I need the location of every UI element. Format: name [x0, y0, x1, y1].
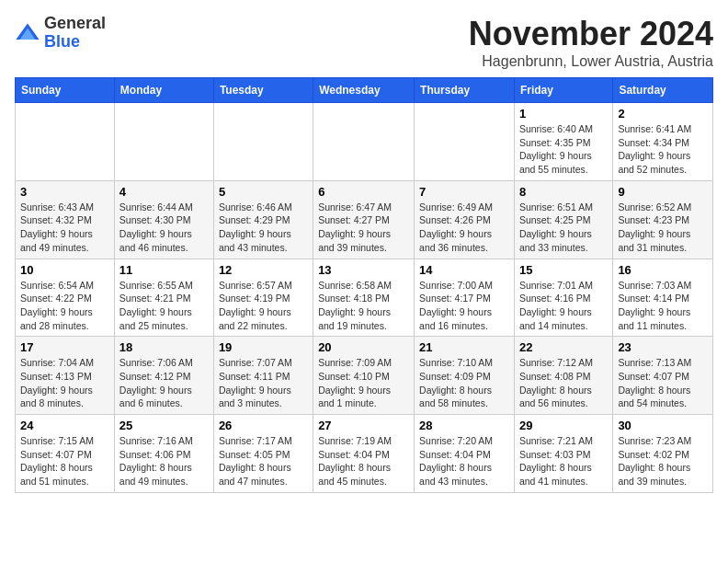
- month-title: November 2024: [469, 15, 713, 53]
- day-number: 1: [519, 107, 608, 121]
- calendar-cell: 19Sunrise: 7:07 AM Sunset: 4:11 PM Dayli…: [213, 337, 313, 415]
- day-number: 3: [20, 185, 109, 199]
- day-number: 15: [519, 263, 608, 277]
- calendar-cell: 20Sunrise: 7:09 AM Sunset: 4:10 PM Dayli…: [313, 337, 415, 415]
- weekday-header-saturday: Saturday: [613, 78, 713, 103]
- day-number: 6: [318, 185, 409, 199]
- day-number: 11: [119, 263, 209, 277]
- calendar-cell: [16, 103, 115, 181]
- day-number: 16: [618, 263, 708, 277]
- day-number: 2: [618, 107, 708, 121]
- calendar-cell: 7Sunrise: 6:49 AM Sunset: 4:26 PM Daylig…: [415, 180, 515, 259]
- day-number: 21: [419, 340, 509, 354]
- day-number: 22: [519, 340, 608, 354]
- day-number: 4: [119, 185, 209, 199]
- day-number: 9: [618, 185, 708, 199]
- day-number: 29: [519, 419, 608, 432]
- weekday-header-wednesday: Wednesday: [313, 78, 415, 103]
- calendar-week-row: 10Sunrise: 6:54 AM Sunset: 4:22 PM Dayli…: [16, 259, 713, 337]
- weekday-header-monday: Monday: [114, 78, 213, 103]
- logo-icon: [15, 20, 40, 46]
- calendar-cell: 8Sunrise: 6:51 AM Sunset: 4:25 PM Daylig…: [514, 180, 612, 259]
- day-number: 20: [318, 340, 409, 354]
- day-info: Sunrise: 7:12 AM Sunset: 4:08 PM Dayligh…: [519, 356, 608, 410]
- day-info: Sunrise: 7:06 AM Sunset: 4:12 PM Dayligh…: [119, 356, 209, 410]
- calendar-cell: 30Sunrise: 7:23 AM Sunset: 4:02 PM Dayli…: [613, 415, 713, 493]
- calendar-week-row: 3Sunrise: 6:43 AM Sunset: 4:32 PM Daylig…: [16, 180, 713, 259]
- calendar-body: 1Sunrise: 6:40 AM Sunset: 4:35 PM Daylig…: [16, 103, 713, 493]
- day-number: 13: [318, 263, 409, 277]
- day-number: 5: [219, 185, 308, 199]
- calendar-cell: 26Sunrise: 7:17 AM Sunset: 4:05 PM Dayli…: [213, 415, 313, 493]
- day-info: Sunrise: 7:07 AM Sunset: 4:11 PM Dayligh…: [219, 356, 308, 410]
- title-block: November 2024 Hagenbrunn, Lower Austria,…: [469, 15, 713, 70]
- page-header: General Blue November 2024 Hagenbrunn, L…: [15, 15, 713, 70]
- calendar-cell: 4Sunrise: 6:44 AM Sunset: 4:30 PM Daylig…: [114, 180, 213, 259]
- calendar-cell: 1Sunrise: 6:40 AM Sunset: 4:35 PM Daylig…: [514, 103, 612, 181]
- calendar-cell: 6Sunrise: 6:47 AM Sunset: 4:27 PM Daylig…: [313, 180, 415, 259]
- day-info: Sunrise: 6:58 AM Sunset: 4:18 PM Dayligh…: [318, 279, 409, 333]
- weekday-header-row: SundayMondayTuesdayWednesdayThursdayFrid…: [16, 78, 713, 103]
- day-info: Sunrise: 6:43 AM Sunset: 4:32 PM Dayligh…: [20, 201, 109, 255]
- day-info: Sunrise: 6:49 AM Sunset: 4:26 PM Dayligh…: [419, 201, 509, 255]
- day-number: 19: [219, 340, 308, 354]
- day-number: 17: [20, 340, 109, 354]
- day-number: 23: [618, 340, 708, 354]
- calendar-cell: 3Sunrise: 6:43 AM Sunset: 4:32 PM Daylig…: [16, 180, 115, 259]
- day-number: 10: [20, 263, 109, 277]
- calendar-cell: 17Sunrise: 7:04 AM Sunset: 4:13 PM Dayli…: [16, 337, 115, 415]
- calendar-cell: 12Sunrise: 6:57 AM Sunset: 4:19 PM Dayli…: [213, 259, 313, 337]
- day-number: 30: [618, 419, 708, 432]
- calendar-cell: 21Sunrise: 7:10 AM Sunset: 4:09 PM Dayli…: [415, 337, 515, 415]
- day-info: Sunrise: 7:01 AM Sunset: 4:16 PM Dayligh…: [519, 279, 608, 333]
- calendar-cell: 5Sunrise: 6:46 AM Sunset: 4:29 PM Daylig…: [213, 180, 313, 259]
- logo-text: General Blue: [44, 15, 106, 52]
- calendar-cell: 16Sunrise: 7:03 AM Sunset: 4:14 PM Dayli…: [613, 259, 713, 337]
- day-info: Sunrise: 7:15 AM Sunset: 4:07 PM Dayligh…: [20, 434, 109, 488]
- day-info: Sunrise: 7:00 AM Sunset: 4:17 PM Dayligh…: [419, 279, 509, 333]
- day-info: Sunrise: 7:20 AM Sunset: 4:04 PM Dayligh…: [419, 434, 509, 488]
- calendar-cell: 27Sunrise: 7:19 AM Sunset: 4:04 PM Dayli…: [313, 415, 415, 493]
- day-info: Sunrise: 7:17 AM Sunset: 4:05 PM Dayligh…: [219, 434, 308, 488]
- day-number: 7: [419, 185, 509, 199]
- calendar-cell: 9Sunrise: 6:52 AM Sunset: 4:23 PM Daylig…: [613, 180, 713, 259]
- day-info: Sunrise: 7:23 AM Sunset: 4:02 PM Dayligh…: [618, 434, 708, 488]
- day-info: Sunrise: 6:55 AM Sunset: 4:21 PM Dayligh…: [119, 279, 209, 333]
- calendar-cell: 23Sunrise: 7:13 AM Sunset: 4:07 PM Dayli…: [613, 337, 713, 415]
- day-info: Sunrise: 6:46 AM Sunset: 4:29 PM Dayligh…: [219, 201, 308, 255]
- day-info: Sunrise: 6:51 AM Sunset: 4:25 PM Dayligh…: [519, 201, 608, 255]
- day-info: Sunrise: 7:09 AM Sunset: 4:10 PM Dayligh…: [318, 356, 409, 410]
- day-info: Sunrise: 7:10 AM Sunset: 4:09 PM Dayligh…: [419, 356, 509, 410]
- calendar-cell: 25Sunrise: 7:16 AM Sunset: 4:06 PM Dayli…: [114, 415, 213, 493]
- calendar-cell: 2Sunrise: 6:41 AM Sunset: 4:34 PM Daylig…: [613, 103, 713, 181]
- calendar-cell: 11Sunrise: 6:55 AM Sunset: 4:21 PM Dayli…: [114, 259, 213, 337]
- day-info: Sunrise: 7:03 AM Sunset: 4:14 PM Dayligh…: [618, 279, 708, 333]
- day-info: Sunrise: 6:40 AM Sunset: 4:35 PM Dayligh…: [519, 122, 608, 177]
- calendar-week-row: 1Sunrise: 6:40 AM Sunset: 4:35 PM Daylig…: [16, 103, 713, 181]
- day-info: Sunrise: 7:21 AM Sunset: 4:03 PM Dayligh…: [519, 434, 608, 488]
- calendar-cell: 24Sunrise: 7:15 AM Sunset: 4:07 PM Dayli…: [16, 415, 115, 493]
- logo-blue-text: Blue: [44, 32, 80, 51]
- day-info: Sunrise: 7:16 AM Sunset: 4:06 PM Dayligh…: [119, 434, 209, 488]
- day-number: 12: [219, 263, 308, 277]
- day-number: 24: [20, 419, 109, 432]
- day-info: Sunrise: 6:47 AM Sunset: 4:27 PM Dayligh…: [318, 201, 409, 255]
- location-subtitle: Hagenbrunn, Lower Austria, Austria: [469, 53, 713, 70]
- calendar-week-row: 17Sunrise: 7:04 AM Sunset: 4:13 PM Dayli…: [16, 337, 713, 415]
- weekday-header-thursday: Thursday: [415, 78, 515, 103]
- day-info: Sunrise: 6:54 AM Sunset: 4:22 PM Dayligh…: [20, 279, 109, 333]
- calendar-cell: [213, 103, 313, 181]
- day-number: 18: [119, 340, 209, 354]
- day-info: Sunrise: 7:13 AM Sunset: 4:07 PM Dayligh…: [618, 356, 708, 410]
- calendar-cell: 15Sunrise: 7:01 AM Sunset: 4:16 PM Dayli…: [514, 259, 612, 337]
- weekday-header-friday: Friday: [514, 78, 612, 103]
- day-number: 27: [318, 419, 409, 432]
- day-info: Sunrise: 6:57 AM Sunset: 4:19 PM Dayligh…: [219, 279, 308, 333]
- calendar-header: SundayMondayTuesdayWednesdayThursdayFrid…: [16, 78, 713, 103]
- day-info: Sunrise: 6:41 AM Sunset: 4:34 PM Dayligh…: [618, 122, 708, 177]
- calendar-cell: 22Sunrise: 7:12 AM Sunset: 4:08 PM Dayli…: [514, 337, 612, 415]
- logo-general-text: General: [44, 14, 106, 32]
- calendar-cell: 18Sunrise: 7:06 AM Sunset: 4:12 PM Dayli…: [114, 337, 213, 415]
- day-number: 28: [419, 419, 509, 432]
- weekday-header-tuesday: Tuesday: [213, 78, 313, 103]
